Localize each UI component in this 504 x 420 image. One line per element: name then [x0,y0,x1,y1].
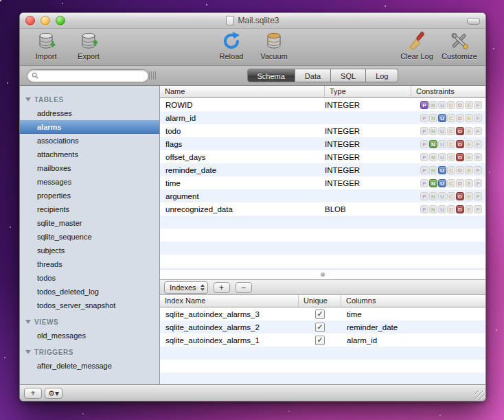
clear-log-brush-icon [406,31,427,51]
schema-row-alarm_id[interactable]: alarm_idPNUCDEF [160,111,485,124]
remove-index-button[interactable]: − [236,282,252,293]
constraint-badge-C: C [447,114,455,122]
unique-checkbox[interactable]: ✓ [315,323,325,332]
sidebar-item-alarms[interactable]: alarms [20,120,159,134]
schema-row-flags[interactable]: flagsINTEGERPNUCDEF [160,137,485,150]
column-header-name[interactable]: Name [160,86,325,97]
sidebar-item-messages[interactable]: messages [20,175,159,189]
column-header-constraints[interactable]: Constraints [411,86,485,97]
schema-row-time[interactable]: timeINTEGERPNUCDEF [160,176,485,189]
search-field[interactable] [27,69,149,82]
tab-schema[interactable]: Schema [247,69,295,82]
unique-cell: ✓ [299,336,341,345]
column-type: INTEGER [325,140,411,148]
constraint-badge-C: C [447,140,455,148]
pane-splitter[interactable] [160,269,485,279]
index-row-sqlite_autoindex_alarms_1[interactable]: sqlite_autoindex_alarms_1✓alarm_id [160,334,485,347]
constraint-badge-N: N [429,166,437,174]
action-gear-button[interactable]: ⚙▾ [45,388,62,399]
index-row-sqlite_autoindex_alarms_2[interactable]: sqlite_autoindex_alarms_2✓reminder_date [160,320,485,334]
customize-tools-icon [449,31,470,51]
column-type: INTEGER [325,153,411,161]
column-name: reminder_date [160,166,325,174]
add-index-button[interactable]: + [214,282,230,293]
schema-row-offset_days[interactable]: offset_daysINTEGERPNUCDEF [160,150,485,163]
search-input[interactable] [38,71,144,80]
view-tabs: Schema Data SQL Log [160,69,485,82]
constraint-badge-F: F [474,101,482,109]
export-button[interactable]: Export [69,31,108,60]
constraint-badge-N: N [429,140,437,148]
sidebar-item-todos_server_snapshot[interactable]: todos_server_snapshot [20,299,159,312]
disclosure-triangle-icon[interactable] [25,320,31,324]
tab-log[interactable]: Log [366,69,398,82]
schema-row-todo[interactable]: todoINTEGERPNUCDEF [160,124,485,137]
unique-cell: ✓ [299,323,341,332]
window-resize-grip[interactable] [475,390,484,399]
import-button[interactable]: Import [27,31,65,60]
sidebar-item-threads[interactable]: threads [20,257,159,271]
sidebar-section-header-tables[interactable]: TABLES [20,93,159,106]
unique-checkbox[interactable]: ✓ [315,336,325,345]
schema-row-argument[interactable]: argumentPNUCDEF [160,189,485,202]
sidebar-item-properties[interactable]: properties [20,189,159,202]
column-header-type[interactable]: Type [325,86,411,97]
sidebar-section-header-views[interactable]: VIEWS [20,315,159,329]
sidebar-item-addresses[interactable]: addresses [20,106,159,120]
index-name: sqlite_autoindex_alarms_3 [160,310,299,318]
sidebar-item-sqlite_sequence[interactable]: sqlite_sequence [20,230,159,244]
constraint-badges: PNUCDEF [411,113,485,122]
constraint-badge-N: N [429,153,437,161]
constraint-badges: PNUCDEF [411,126,485,135]
column-name: time [160,179,325,187]
customize-button[interactable]: Customize [440,31,479,60]
sidebar-item-attachments[interactable]: attachments [20,148,159,161]
constraint-badge-U: U [438,127,446,135]
constraint-badge-C: C [447,192,455,200]
sidebar-section-header-triggers[interactable]: TRIGGERS [20,345,159,359]
object-type-popup[interactable]: Indexes [164,281,208,294]
clear-log-button[interactable]: Clear Log [398,31,436,60]
constraint-badges: PNUCDEF [411,165,485,174]
column-header-index-name[interactable]: Index Name [160,295,299,307]
sidebar-item-associations[interactable]: associations [20,134,159,148]
sidebar-item-subjects[interactable]: subjects [20,244,159,257]
disclosure-triangle-icon[interactable] [25,97,31,102]
constraint-badge-E: E [465,127,473,135]
constraint-badge-F: F [474,140,482,148]
sidebar-section-title: VIEWS [34,318,58,326]
reload-button[interactable]: Reload [212,31,251,60]
document-icon [226,16,234,25]
main-pane: Name Type Constraints ROWIDINTEGERPNUCDE… [160,86,485,384]
index-columns: reminder_date [341,323,485,331]
sidebar-item-after_delete_message[interactable]: after_delete_message [20,359,159,373]
sidebar-item-mailboxes[interactable]: mailboxes [20,161,159,175]
toolbar-toggle-button[interactable] [467,18,480,25]
constraint-badge-F: F [474,205,482,213]
reload-label: Reload [220,52,244,60]
sidebar-item-todos[interactable]: todos [20,271,159,285]
sidebar-resize-grip[interactable] [149,71,156,80]
sidebar-item-sqlite_master[interactable]: sqlite_master [20,216,159,230]
index-row-sqlite_autoindex_alarms_3[interactable]: sqlite_autoindex_alarms_3✓time [160,307,485,320]
title-bar[interactable]: Mail.sqlite3 [20,13,485,29]
schema-row-unrecognized_data[interactable]: unrecognized_dataBLOBPNUCDEF [160,202,485,215]
schema-row-reminder_date[interactable]: reminder_dateINTEGERPNUCDEF [160,163,485,176]
sidebar-item-todos_deleted_log[interactable]: todos_deleted_log [20,285,159,299]
constraint-badge-E: E [465,166,473,174]
tab-sql[interactable]: SQL [331,69,366,82]
vacuum-button[interactable]: Vacuum [255,31,293,60]
add-table-button[interactable]: + [24,388,42,399]
column-name: offset_days [160,153,325,161]
constraint-badge-N: N [429,205,437,213]
sidebar-item-recipients[interactable]: recipients [20,202,159,216]
constraint-badges: PNUCDEF [411,152,485,161]
sidebar-item-old_messages[interactable]: old_messages [20,329,159,342]
unique-checkbox[interactable]: ✓ [315,310,325,319]
disclosure-triangle-icon[interactable] [25,350,31,354]
index-columns: time [341,310,485,318]
tab-data[interactable]: Data [295,69,331,82]
column-header-columns[interactable]: Columns [341,295,485,307]
column-header-unique[interactable]: Unique [299,295,341,307]
schema-row-ROWID[interactable]: ROWIDINTEGERPNUCDEF [160,98,485,111]
